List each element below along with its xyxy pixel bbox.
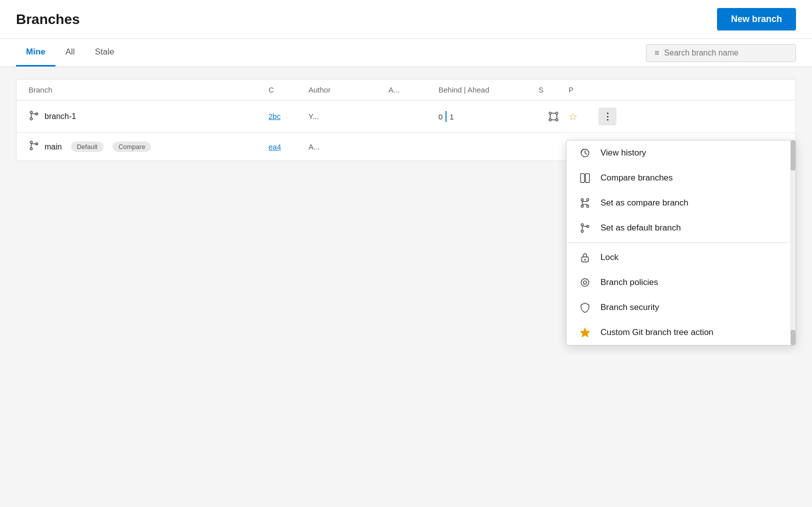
svg-point-19 <box>581 198 583 200</box>
behind-count: 0 <box>438 112 442 121</box>
menu-item-set-default-branch[interactable]: Set as default branch <box>566 216 796 240</box>
branch-icon <box>28 110 40 124</box>
svg-point-6 <box>556 112 558 114</box>
ahead-count: 1 <box>450 112 454 121</box>
context-menu-scrollbar[interactable] <box>790 140 796 345</box>
lock-icon <box>578 252 592 263</box>
tab-mine[interactable]: Mine <box>16 39 56 66</box>
s-cell <box>538 109 568 124</box>
menu-item-compare-branches[interactable]: Compare branches <box>566 166 796 190</box>
filter-icon: ≡ <box>654 48 659 58</box>
table-header: Branch C Author A... Behind | Ahead S P <box>16 80 796 100</box>
menu-item-label: Branch policies <box>600 278 658 288</box>
svg-point-20 <box>581 205 583 207</box>
svg-point-5 <box>549 118 551 120</box>
menu-item-view-history[interactable]: View history <box>566 140 796 166</box>
menu-item-label: Set as default branch <box>600 223 681 233</box>
svg-point-30 <box>581 278 588 286</box>
svg-point-24 <box>581 224 583 226</box>
context-menu: View history Compare branches Set as com… <box>566 140 796 346</box>
col-age: A... <box>388 86 438 94</box>
tab-all[interactable]: All <box>56 39 85 66</box>
menu-item-branch-policies[interactable]: Branch policies <box>566 270 796 295</box>
page-header: Branches New branch <box>0 0 812 39</box>
menu-divider <box>566 242 796 243</box>
svg-point-25 <box>581 230 583 232</box>
menu-item-label: Set as compare branch <box>600 198 688 208</box>
svg-point-0 <box>30 111 32 113</box>
branch-name: branch-1 <box>44 112 76 121</box>
branch-compare-icon[interactable] <box>538 109 568 124</box>
default-branch-icon <box>578 222 592 234</box>
more-actions-button[interactable]: ⋮ <box>598 108 616 126</box>
git-branch-icon <box>28 140 40 151</box>
security-icon <box>578 302 592 313</box>
svg-point-1 <box>30 118 32 120</box>
default-badge: Default <box>71 142 104 152</box>
svg-point-12 <box>30 141 32 143</box>
branch-icon <box>28 140 40 154</box>
behind-ahead-cell: 0 1 <box>438 111 538 122</box>
col-behind-ahead: Behind | Ahead <box>438 86 538 94</box>
menu-item-label: Compare branches <box>600 173 673 183</box>
col-actions <box>598 86 628 94</box>
scroll-thumb-bottom <box>790 330 796 345</box>
svg-point-21 <box>586 198 588 200</box>
col-p: P <box>568 86 598 94</box>
policies-icon <box>578 277 592 288</box>
svg-point-13 <box>30 148 32 150</box>
favorite-star-icon[interactable]: ☆ <box>568 111 578 122</box>
commit-link[interactable]: 2bc <box>268 112 280 120</box>
branch-cell: branch-1 <box>28 110 268 124</box>
compare-icon <box>578 172 592 184</box>
col-branch: Branch <box>28 86 268 94</box>
menu-item-label: Lock <box>600 252 618 262</box>
tabs-container: Mine All Stale <box>16 39 124 66</box>
branch-name: main <box>44 142 62 152</box>
compare-badge[interactable]: Compare <box>112 142 151 152</box>
svg-rect-17 <box>580 174 584 182</box>
search-box: ≡ <box>646 44 796 62</box>
git-branch-icon <box>28 110 40 121</box>
p-cell: ☆ <box>568 110 598 122</box>
commit-link[interactable]: ea4 <box>268 142 281 151</box>
branch-cell: main Default Compare <box>28 140 268 154</box>
svg-point-22 <box>586 205 588 207</box>
menu-item-label: Custom Git branch tree action <box>600 328 714 338</box>
col-c: C <box>268 86 308 94</box>
menu-item-label: Branch security <box>600 302 659 312</box>
menu-item-branch-security[interactable]: Branch security <box>566 295 796 320</box>
tabs-bar: Mine All Stale ≡ <box>0 39 812 67</box>
svg-rect-18 <box>586 174 590 182</box>
menu-item-set-compare-branch[interactable]: Set as compare branch <box>566 190 796 216</box>
commit-cell: 2bc <box>268 112 308 121</box>
svg-point-31 <box>584 281 587 284</box>
svg-point-7 <box>556 118 558 120</box>
menu-item-lock[interactable]: Lock <box>566 245 796 270</box>
tab-stale[interactable]: Stale <box>85 39 124 66</box>
page-title: Branches <box>16 12 80 28</box>
author-cell: A... <box>308 142 388 152</box>
set-compare-icon <box>578 198 592 208</box>
svg-point-29 <box>584 259 586 260</box>
author-cell: Y... <box>308 112 388 121</box>
new-branch-button[interactable]: New branch <box>717 8 796 30</box>
search-input[interactable] <box>664 48 774 58</box>
behind-ahead-divider <box>446 111 446 122</box>
scroll-thumb-top <box>790 140 796 170</box>
table-row: branch-1 2bc Y... 0 1 <box>16 100 796 133</box>
col-author: Author <box>308 86 388 94</box>
star-orange-icon <box>578 327 592 338</box>
history-icon <box>578 148 592 158</box>
svg-point-4 <box>549 112 551 114</box>
commit-cell: ea4 <box>268 142 308 152</box>
menu-item-label: View history <box>600 148 646 158</box>
actions-cell: ⋮ <box>598 108 628 126</box>
menu-item-custom-git[interactable]: Custom Git branch tree action <box>566 320 796 345</box>
col-s: S <box>538 86 568 94</box>
